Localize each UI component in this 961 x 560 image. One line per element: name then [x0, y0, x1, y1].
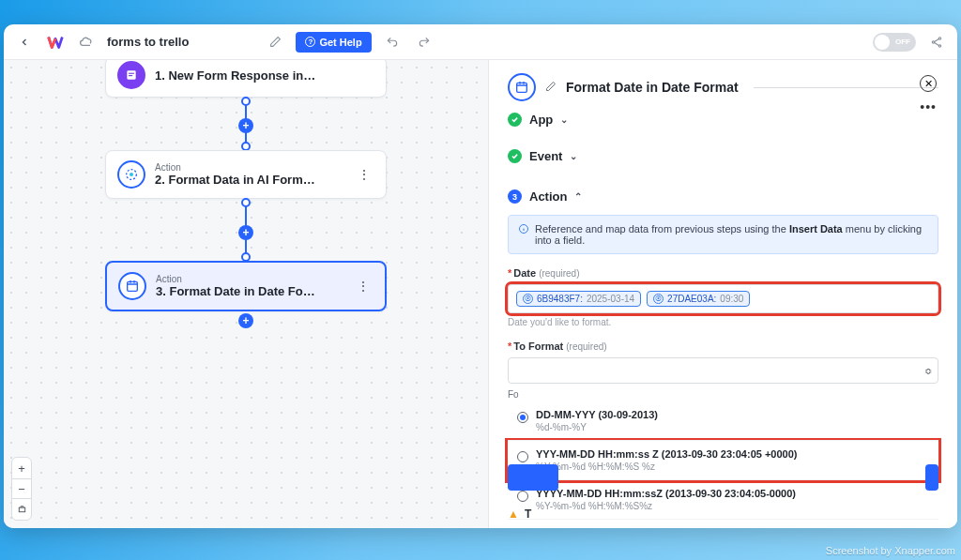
- data-pill-2[interactable]: ⦿27DAE03A: 09:30: [647, 291, 750, 307]
- section-event[interactable]: Event⌄: [508, 142, 938, 171]
- add-step-button-2[interactable]: +: [238, 225, 253, 240]
- publish-toggle[interactable]: OFF: [873, 33, 916, 52]
- format-option-3[interactable]: MMM DD YYYY (Sep 30 2013)%b %d %Y: [508, 520, 938, 528]
- radio-icon: [517, 491, 528, 502]
- chevron-up-icon: ⌃: [574, 191, 582, 202]
- node-3-title: 3. Format Date in Date Fo…: [156, 284, 343, 298]
- format-option-2[interactable]: YYYY-MM-DD HH:mm:ssZ (2013-09-30 23:04:0…: [508, 480, 938, 520]
- zoom-fit-button[interactable]: [12, 499, 31, 520]
- node-2-icon: [117, 160, 145, 189]
- svg-point-7: [130, 173, 133, 176]
- pill-icon: ⦿: [653, 294, 664, 304]
- share-button[interactable]: [925, 31, 948, 53]
- section-app[interactable]: App⌄: [508, 105, 938, 134]
- edit-step-title-icon[interactable]: [545, 79, 557, 96]
- test-button-right[interactable]: [925, 464, 938, 491]
- warning-text: T: [525, 507, 531, 521]
- radio-icon: [517, 412, 528, 423]
- svg-rect-10: [517, 83, 527, 92]
- toformat-select[interactable]: ≎: [508, 357, 938, 384]
- svg-rect-9: [19, 507, 24, 512]
- add-step-button-3[interactable]: +: [238, 313, 253, 328]
- step-number-badge: 3: [508, 189, 522, 204]
- panel-title: Format Date in Date Format: [566, 80, 739, 95]
- format-option-0[interactable]: DD-MM-YYY (30-09-2013)%d-%m-%Y: [508, 401, 938, 441]
- caret-icon: ≎: [924, 366, 932, 376]
- get-help-button[interactable]: ?Get Help: [296, 32, 371, 53]
- info-text-prefix: Reference and map data from previous ste…: [535, 223, 789, 235]
- svg-rect-4: [129, 73, 134, 74]
- format-option-1[interactable]: YYY-MM-DD HH:mm:ss Z (2013-09-30 23:04:0…: [508, 441, 938, 480]
- redo-button[interactable]: [413, 31, 435, 53]
- zoom-out-button[interactable]: −: [12, 478, 31, 499]
- step-config-panel: Format Date in Date Format ✕ ••• App⌄ Ev…: [488, 60, 957, 528]
- data-pill-1[interactable]: ⦿6B9483F7: 2025-03-14: [516, 291, 641, 307]
- node-3-menu[interactable]: ⋮: [353, 277, 374, 295]
- close-panel-button[interactable]: ✕: [920, 75, 937, 92]
- node-3-label: Action: [156, 274, 343, 284]
- svg-point-0: [938, 37, 940, 38]
- node-3-icon: [118, 272, 146, 300]
- zoom-in-button[interactable]: +: [12, 458, 31, 478]
- section-action[interactable]: 3Action⌃: [508, 182, 938, 211]
- panel-step-icon: [508, 73, 536, 101]
- toformat-field-label: *To Format(required): [508, 341, 938, 352]
- date-hint: Date you'd like to format.: [508, 317, 938, 327]
- flow-node-1[interactable]: 1. New Form Response in…: [105, 60, 387, 98]
- section-app-label: App: [529, 113, 553, 127]
- chevron-down-icon: ⌄: [560, 114, 568, 125]
- node-2-title: 2. Format Data in AI Form…: [155, 173, 344, 187]
- undo-button[interactable]: [381, 31, 404, 53]
- section-action-label: Action: [529, 189, 567, 204]
- node-1-icon: [117, 61, 145, 89]
- info-banner: Reference and map data from previous ste…: [508, 215, 938, 254]
- check-icon: [508, 113, 522, 127]
- info-text-bold: Insert Data: [789, 223, 843, 235]
- flow-title[interactable]: forms to trello: [107, 35, 189, 49]
- info-icon: [518, 223, 529, 246]
- svg-point-1: [932, 40, 934, 42]
- format-dropdown: DD-MM-YYY (30-09-2013)%d-%m-%Y YYY-MM-DD…: [508, 401, 938, 528]
- get-help-label: Get Help: [319, 37, 361, 48]
- date-field-label: *Date(required): [508, 267, 938, 279]
- test-button-left[interactable]: [508, 464, 558, 491]
- warning-icon: ▲: [508, 507, 519, 521]
- flow-node-2[interactable]: Action 2. Format Data in AI Form… ⋮: [105, 150, 387, 199]
- add-step-button-1[interactable]: +: [238, 118, 253, 133]
- warning-row: ▲T: [508, 507, 531, 521]
- panel-more-menu[interactable]: •••: [920, 99, 937, 114]
- section-event-label: Event: [529, 149, 562, 163]
- node-2-label: Action: [155, 162, 344, 173]
- app-logo: [45, 32, 66, 53]
- check-icon: [508, 149, 522, 163]
- chevron-down-icon: ⌄: [570, 151, 577, 161]
- cloud-sync-icon: [75, 31, 98, 53]
- flow-node-3[interactable]: Action 3. Format Date in Date Fo… ⋮: [105, 261, 387, 311]
- svg-point-2: [938, 44, 940, 46]
- screenshot-attribution: Screenshot by Xnapper.com: [826, 545, 955, 556]
- format-prefix-text: Fo: [508, 389, 938, 400]
- node-1-title: 1. New Form Response in…: [155, 68, 374, 83]
- flow-canvas[interactable]: 1. New Form Response in… + Action 2. For…: [4, 60, 488, 528]
- node-2-menu[interactable]: ⋮: [354, 165, 374, 184]
- date-input[interactable]: ⦿6B9483F7: 2025-03-14 ⦿27DAE03A: 09:30: [508, 284, 938, 313]
- top-bar: forms to trello ?Get Help OFF: [4, 24, 957, 60]
- svg-rect-5: [129, 75, 132, 76]
- back-button[interactable]: [13, 31, 36, 53]
- radio-icon: [517, 451, 528, 462]
- edit-title-button[interactable]: [264, 31, 286, 53]
- svg-rect-8: [128, 281, 138, 291]
- pill-icon: ⦿: [523, 294, 533, 304]
- zoom-controls: + −: [11, 457, 32, 521]
- toggle-label: OFF: [895, 38, 910, 46]
